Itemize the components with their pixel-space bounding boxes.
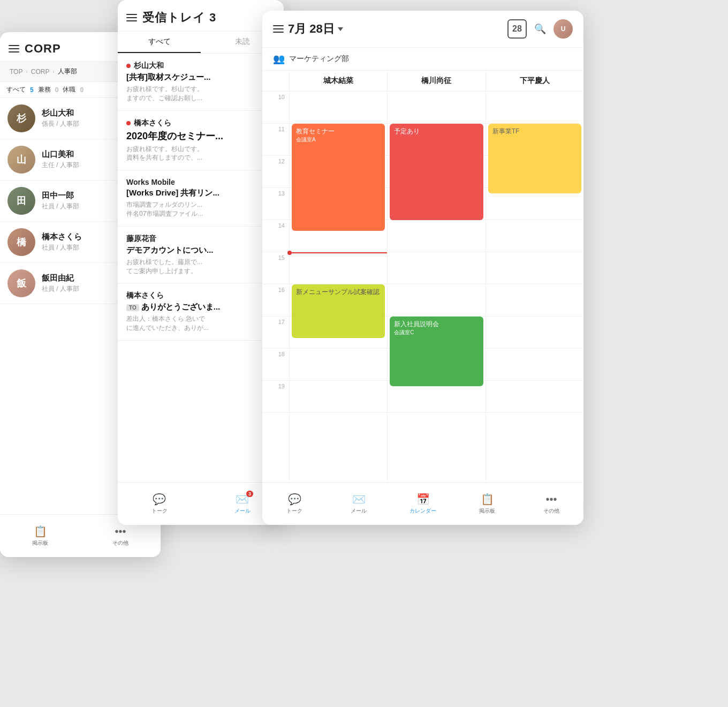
mail-sender-name: 橋本さくら <box>126 291 164 300</box>
to-badge: TO <box>126 304 139 311</box>
event-new-biz[interactable]: 新事業TF <box>488 124 581 193</box>
event-new-menu[interactable]: 新メニューサンプル試案確認 <box>292 284 385 338</box>
time-slot: 14 <box>262 220 289 252</box>
mail-bottom-nav: 💬 トーク ✉️ 3 メール <box>118 482 284 525</box>
talk-icon: 💬 <box>153 493 166 506</box>
mail-item[interactable]: 橋本さくら TOありがとうございま... 差出人：橋本さくら 急いでに進んでいた… <box>118 283 284 341</box>
nav-label-other: その他 <box>543 507 559 515</box>
time-slot: 16 <box>262 284 289 317</box>
time-slot: 17 <box>262 317 289 349</box>
nav-label-talk: トーク <box>286 507 302 515</box>
talk-icon: 💬 <box>288 493 301 506</box>
nav-label-other: その他 <box>112 539 128 547</box>
event-yotei-ari[interactable]: 予定あり <box>390 124 483 220</box>
mail-sender-name: Works Mobile <box>126 178 175 186</box>
mail-item[interactable]: 橋本さくら 2020年度のセミナー... お疲れ様です。杉山です。資料を共有しま… <box>118 111 284 171</box>
nav-bulletin[interactable]: 📋 掲示板 <box>0 521 80 551</box>
nav-label-mail: メール <box>234 507 251 515</box>
event-subtitle: 会議室C <box>394 329 479 336</box>
calendar-columns-header: 城木結菜 橋川尚征 下平慶人 <box>262 71 583 92</box>
event-title: 教育セミナー <box>296 127 381 136</box>
calendar-date-badge[interactable]: 28 <box>507 19 527 39</box>
calendar-icon: 📅 <box>416 493 430 506</box>
calendar-date: 7月 28日 <box>288 21 335 37</box>
nav-calendar[interactable]: 📅 カレンダー <box>391 488 455 519</box>
group-icon: 👥 <box>273 53 285 65</box>
person-col-2: 新事業TF <box>486 92 583 509</box>
mail-panel: 受信トレイ 3 すべて 未読 杉山大和 [共有]取材スケジュー... お疲れ様で… <box>118 0 284 525</box>
calendar-group-header: 👥 マーケティング部 <box>262 48 583 71</box>
person-col-header-0: 城木結菜 <box>289 71 387 91</box>
breadcrumb-dept[interactable]: 人事部 <box>55 66 80 77</box>
mail-item[interactable]: 藤原花音 デモアカウントについ... お疲れ様でした。藤原で...てご案内申し上… <box>118 227 284 284</box>
nav-other[interactable]: ••• その他 <box>80 521 161 551</box>
filter-all-label[interactable]: すべて <box>6 85 26 94</box>
nav-label-mail: メール <box>351 507 367 515</box>
menu-icon[interactable] <box>273 25 284 33</box>
mail-sender-name: 藤原花音 <box>126 234 156 244</box>
person-col-0: 教育セミナー 会議室A 新メニューサンプル試案確認 <box>289 92 387 509</box>
mail-sender-name: 杉山大和 <box>134 61 164 71</box>
nav-mail-cal[interactable]: ✉️ メール <box>327 488 391 519</box>
mail-item[interactable]: Works Mobile [Works Drive] 共有リン... 市場調査フ… <box>118 170 284 227</box>
mail-badge-count: 3 <box>246 491 253 497</box>
event-shinnyusha[interactable]: 新入社員説明会 会議室C <box>390 317 483 386</box>
time-column: 10 11 12 13 14 15 16 17 18 19 <box>262 92 289 509</box>
mail-list: 杉山大和 [共有]取材スケジュー... お疲れ様です。杉山です。ますので、ご確認… <box>118 54 284 487</box>
user-avatar[interactable]: U <box>553 19 573 39</box>
mail-subject: 2020年度のセミナー... <box>126 130 275 142</box>
current-time-dot <box>287 251 292 255</box>
person-col-1: 予定あり 新入社員説明会 会議室C <box>387 92 485 509</box>
nav-label-bulletin: 掲示板 <box>32 539 48 547</box>
calendar-title: 7月 28日 <box>288 21 343 37</box>
bulletin-icon: 📋 <box>34 525 47 538</box>
menu-icon[interactable] <box>126 14 137 21</box>
event-subtitle: 会議室A <box>296 136 381 144</box>
calendar-dropdown-arrow[interactable] <box>338 27 343 31</box>
event-title: 新メニューサンプル試案確認 <box>296 288 381 297</box>
mail-item[interactable]: 杉山大和 [共有]取材スケジュー... お疲れ様です。杉山です。ますので、ご確認… <box>118 54 284 111</box>
filter-concurrent-label[interactable]: 兼務 <box>38 85 51 94</box>
mail-header: 受信トレイ 3 <box>118 0 284 32</box>
other-icon: ••• <box>545 493 557 506</box>
menu-icon[interactable] <box>9 45 19 52</box>
filter-inactive-label[interactable]: 休職 <box>63 85 75 94</box>
search-icon[interactable]: 🔍 <box>534 23 546 35</box>
mail-icon: ✉️ <box>352 493 366 506</box>
person-col-header-1: 橋川尚征 <box>387 71 485 91</box>
nav-talk[interactable]: 💬 トーク <box>118 488 201 519</box>
time-slot: 11 <box>262 124 289 156</box>
calendar-bottom-nav: 💬 トーク ✉️ メール 📅 カレンダー 📋 掲示板 ••• その他 <box>262 482 583 525</box>
time-slot: 10 <box>262 92 289 124</box>
time-slot: 19 <box>262 381 289 413</box>
group-name: マーケティング部 <box>289 54 349 64</box>
calendar-header: 7月 28日 28 🔍 U <box>262 11 583 48</box>
mail-title: 受信トレイ 3 <box>142 10 216 26</box>
nav-talk-cal[interactable]: 💬 トーク <box>262 488 327 519</box>
mail-subject: [共有]取材スケジュー... <box>126 72 275 82</box>
avatar: 橋 <box>7 228 35 256</box>
filter-concurrent-count: 0 <box>55 86 59 94</box>
avatar: 飯 <box>7 269 35 297</box>
mail-subject: [Works Drive] 共有リン... <box>126 188 275 198</box>
mail-sender-name: 橋本さくら <box>134 118 171 128</box>
filter-inactive-count: 0 <box>80 86 84 94</box>
tab-all[interactable]: すべて <box>118 32 201 53</box>
mail-preview: 市場調査フォルダのリン...件名07市場調査ファイル... <box>126 200 275 219</box>
nav-bulletin-cal[interactable]: 📋 掲示板 <box>455 488 519 519</box>
nav-label-talk: トーク <box>151 507 168 515</box>
breadcrumb-corp[interactable]: CORP <box>28 67 53 77</box>
event-title: 新事業TF <box>492 127 577 136</box>
nav-other-cal[interactable]: ••• その他 <box>519 489 583 519</box>
mail-preview: お疲れ様でした。藤原で...てご案内申し上げます。 <box>126 258 275 276</box>
avatar: 田 <box>7 187 35 215</box>
bulletin-icon: 📋 <box>481 493 494 506</box>
time-slot: 15 <box>262 252 289 284</box>
contacts-title: CORP <box>25 42 61 56</box>
event-kyoiku-seminar[interactable]: 教育セミナー 会議室A <box>292 124 385 231</box>
event-title: 新入社員説明会 <box>394 320 479 329</box>
time-col-header <box>262 71 289 91</box>
breadcrumb-top[interactable]: TOP <box>6 67 26 77</box>
time-slot: 12 <box>262 156 289 188</box>
time-slot: 13 <box>262 188 289 220</box>
